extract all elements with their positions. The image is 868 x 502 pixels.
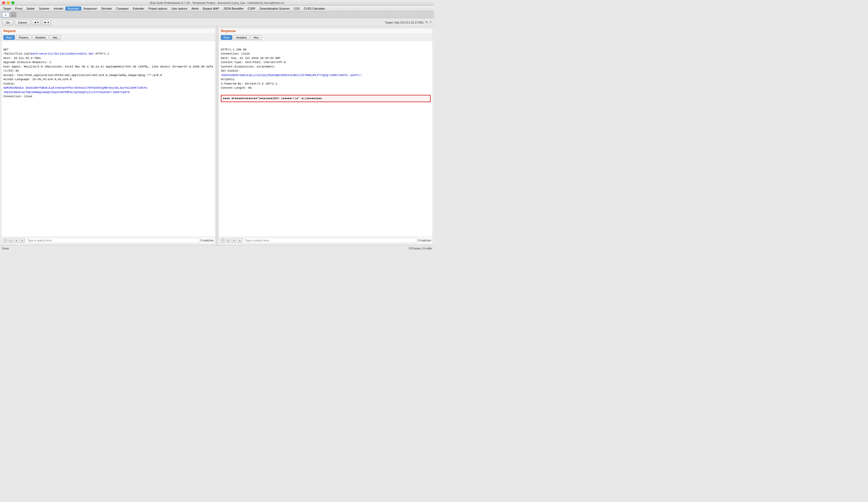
request-sub-tab-bar: Raw Params Headers Hex [1,34,215,41]
response-sub-tab-bar: Raw Headers Hex [219,34,433,41]
menu-co2[interactable]: CO2 [292,7,302,11]
help-icon[interactable]: ? [430,20,431,24]
minimize-button[interactable] [7,1,10,4]
response-binary-wrapper: ♦♦♦♦ ♦P♦♦♦♦R#♦♦♦♦V♦♦"O♦♦♦S♦♦♦ZBPh 1♦♦♦♦♦… [219,93,433,237]
menu-bypass-waf[interactable]: Bypass WAF [201,7,221,11]
menu-comparer[interactable]: Comparer [114,7,131,11]
target-label: Target: http://10.211.55.3:7001 [385,21,424,24]
request-help-button[interactable]: ? [3,238,8,243]
response-tab-hex[interactable]: Hex [251,35,262,40]
toolbar-right: Target: http://10.211.55.3:7001 ✎ ? [385,20,431,24]
request-search-bar: ? < + > 0 matches [1,237,215,244]
response-panel: Response Raw Headers Hex HTTP/1.1 200 OK… [218,28,433,244]
menu-deserialization-scanner[interactable]: Deserialization Scanner [258,7,292,11]
response-help-button[interactable]: ? [220,238,225,243]
menu-intruder[interactable]: Intruder [51,7,65,11]
maximize-button[interactable] [11,1,14,4]
response-header: Response [219,28,433,34]
request-content[interactable]: GET /hello/file.jsp?path=security/Serial… [1,41,215,237]
request-text-http: HTTP/1.1 Host: 10.211.55.3:7001 Upgrade-… [3,52,213,85]
menu-json-beautifier[interactable]: JSON Beautifier [221,7,246,11]
menu-extender[interactable]: Extender [131,7,146,11]
toolbar: Go Cancel ◄ ▾ ► ▾ Target: http://10.211.… [0,18,434,27]
menu-decoder[interactable]: Decoder [99,7,114,11]
window-title: Burp Suite Professional v1.7.26 - Tempor… [150,1,284,4]
menu-sequencer[interactable]: Sequencer [81,7,99,11]
request-cookie-jsessionid: JSESSIONID=wcfQbJKHNGgvS8qQ72Kq2VnWTPRP9… [3,91,130,94]
forward-button[interactable]: ► ▾ [42,20,51,25]
response-tab-raw[interactable]: Raw [221,35,232,40]
request-tab-headers[interactable]: Headers [32,35,49,40]
request-header: Request [1,28,215,34]
menu-bar: Target Proxy Spider Scanner Intruder Rep… [0,6,434,11]
close-button[interactable] [2,1,5,4]
status-right: 378 bytes | 9 millis [409,247,432,250]
menu-proxy[interactable]: Proxy [13,7,24,11]
title-bar: Burp Suite Professional v1.7.26 - Tempor… [0,0,434,6]
response-prev-button[interactable]: < [226,238,231,243]
request-search-matches: 0 matches [200,239,214,242]
response-httponly-text: HttpOnly X-Powered-By: Servlet/2.5 JSP/2… [221,78,277,89]
go-button[interactable]: Go [3,20,13,25]
menu-csrf[interactable]: CSRF [246,7,258,11]
response-panel-wrapper: Response Raw Headers Hex HTTP/1.1 200 OK… [218,27,434,245]
request-search-input[interactable] [25,238,199,243]
menu-project-options[interactable]: Project options [146,7,169,11]
request-text-connection: Connection: close [3,95,32,98]
menu-target[interactable]: Target [1,7,13,11]
response-jsessionid-highlight: JSESSIONID=ZwKLbJpLyJJylnpyjMyGvQWl9Zm51… [221,74,362,77]
status-left: Done [2,247,9,250]
menu-user-options[interactable]: User options [169,7,189,11]
back-button[interactable]: ◄ ▾ [32,20,41,25]
response-search-input[interactable] [243,238,417,243]
request-panel: Request Raw Params Headers Hex GET /hell… [1,28,216,244]
main-content: Request Raw Params Headers Hex GET /hell… [0,27,434,245]
tab-1[interactable]: 1 [2,12,9,17]
traffic-lights [2,1,14,4]
request-next-button[interactable]: > [20,238,24,243]
menu-scanner[interactable]: Scanner [37,7,52,11]
response-add-button[interactable]: + [232,238,236,243]
request-cookie-adminconsole: ADMINCONSOLE SESSION=fWB2bJLpkJvHzSwY5fk… [3,86,148,89]
menu-alerts[interactable]: Alerts [189,7,201,11]
request-tab-params[interactable]: Params [16,35,31,40]
request-prev-button[interactable]: < [9,238,13,243]
request-panel-wrapper: Request Raw Params Headers Hex GET /hell… [0,27,216,245]
status-bar: Done 378 bytes | 9 millis [0,245,434,251]
request-tab-raw[interactable]: Raw [3,35,15,40]
request-add-button[interactable]: + [14,238,19,243]
response-content[interactable]: HTTP/1.1 200 OK Connection: close Date: … [219,41,433,93]
menu-repeater[interactable]: Repeater [65,7,81,11]
tab-bar: 1 ... [0,11,434,18]
request-text-get: GET /hello/file.jsp? [3,48,31,56]
menu-cvss-calculator[interactable]: CVSS Calculator [302,7,327,11]
edit-icon[interactable]: ✎ [425,20,428,24]
request-path-highlight: path=security/SerializedSystemIni.dat [31,52,94,55]
response-headers-text: HTTP/1.1 200 OK Connection: close Date: … [221,48,286,73]
cancel-button[interactable]: Cancel [15,20,30,25]
response-tab-headers[interactable]: Headers [233,35,250,40]
response-search-bar: ? < + > 0 matches [219,237,433,244]
menu-spider[interactable]: Spider [24,7,37,11]
request-tab-hex[interactable]: Hex [50,35,61,40]
response-search-matches: 0 matches [418,239,431,242]
response-binary-content: ♦♦♦♦ ♦P♦♦♦♦R#♦♦♦♦V♦♦"O♦♦♦S♦♦♦ZBPh 1♦♦♦♦♦… [221,95,431,102]
response-next-button[interactable]: > [237,238,242,243]
tab-more[interactable]: ... [10,12,16,17]
